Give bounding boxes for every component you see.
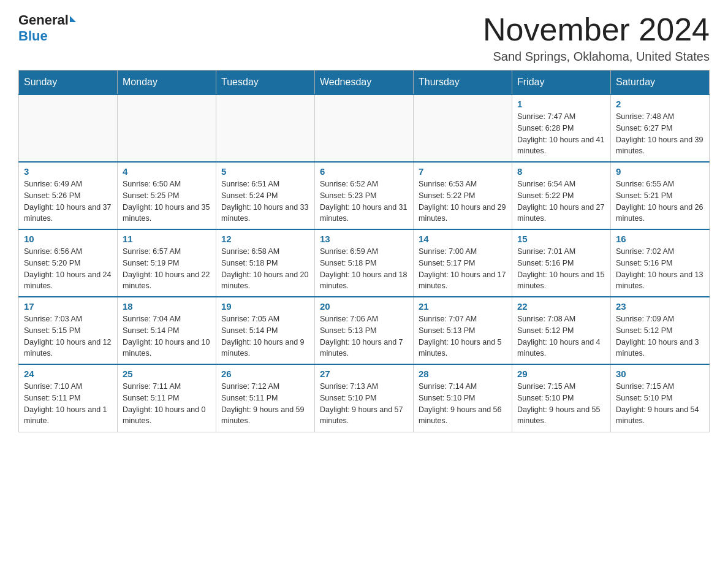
sun-info: Sunrise: 6:49 AMSunset: 5:26 PMDaylight:… — [24, 178, 112, 224]
calendar-cell: 28Sunrise: 7:14 AMSunset: 5:10 PMDayligh… — [414, 364, 512, 432]
calendar-cell: 2Sunrise: 7:48 AMSunset: 6:27 PMDaylight… — [611, 94, 710, 162]
day-number: 24 — [24, 369, 112, 379]
month-title: November 2024 — [483, 12, 710, 47]
sun-info: Sunrise: 6:59 AMSunset: 5:18 PMDaylight:… — [320, 246, 408, 292]
weekday-header-sunday: Sunday — [19, 71, 118, 95]
weekday-header-wednesday: Wednesday — [315, 71, 414, 95]
day-number: 30 — [616, 369, 704, 379]
calendar-cell: 13Sunrise: 6:59 AMSunset: 5:18 PMDayligh… — [315, 229, 414, 297]
week-row-1: 1Sunrise: 7:47 AMSunset: 6:28 PMDaylight… — [19, 94, 710, 162]
calendar-cell: 29Sunrise: 7:15 AMSunset: 5:10 PMDayligh… — [512, 364, 611, 432]
calendar-cell: 21Sunrise: 7:07 AMSunset: 5:13 PMDayligh… — [414, 297, 512, 364]
calendar-cell: 15Sunrise: 7:01 AMSunset: 5:16 PMDayligh… — [512, 229, 611, 297]
sun-info: Sunrise: 6:53 AMSunset: 5:22 PMDaylight:… — [419, 178, 507, 224]
calendar-cell: 26Sunrise: 7:12 AMSunset: 5:11 PMDayligh… — [216, 364, 315, 432]
calendar-table: SundayMondayTuesdayWednesdayThursdayFrid… — [18, 70, 710, 432]
calendar-cell — [216, 94, 315, 162]
calendar-cell: 24Sunrise: 7:10 AMSunset: 5:11 PMDayligh… — [19, 364, 118, 432]
calendar-cell: 17Sunrise: 7:03 AMSunset: 5:15 PMDayligh… — [19, 297, 118, 364]
sun-info: Sunrise: 6:52 AMSunset: 5:23 PMDaylight:… — [320, 178, 408, 224]
calendar-cell: 3Sunrise: 6:49 AMSunset: 5:26 PMDaylight… — [19, 162, 118, 229]
day-number: 4 — [123, 166, 211, 177]
day-number: 29 — [517, 369, 605, 379]
sun-info: Sunrise: 7:14 AMSunset: 5:10 PMDaylight:… — [419, 381, 507, 427]
sun-info: Sunrise: 7:07 AMSunset: 5:13 PMDaylight:… — [419, 313, 507, 359]
calendar-cell: 14Sunrise: 7:00 AMSunset: 5:17 PMDayligh… — [414, 229, 512, 297]
calendar-cell — [414, 94, 512, 162]
day-number: 28 — [419, 369, 507, 379]
day-number: 20 — [320, 301, 408, 312]
sun-info: Sunrise: 7:11 AMSunset: 5:11 PMDaylight:… — [123, 381, 211, 427]
day-number: 14 — [419, 234, 507, 244]
calendar-cell: 27Sunrise: 7:13 AMSunset: 5:10 PMDayligh… — [315, 364, 414, 432]
sun-info: Sunrise: 6:56 AMSunset: 5:20 PMDaylight:… — [24, 246, 112, 292]
logo-arrow-icon — [70, 16, 76, 22]
day-number: 10 — [24, 234, 112, 244]
day-number: 26 — [221, 369, 309, 379]
weekday-header-friday: Friday — [512, 71, 611, 95]
day-number: 11 — [123, 234, 211, 244]
day-number: 23 — [616, 301, 704, 312]
calendar-cell: 30Sunrise: 7:15 AMSunset: 5:10 PMDayligh… — [611, 364, 710, 432]
week-row-3: 10Sunrise: 6:56 AMSunset: 5:20 PMDayligh… — [19, 229, 710, 297]
logo-blue: Blue — [18, 28, 76, 44]
calendar-cell: 16Sunrise: 7:02 AMSunset: 5:16 PMDayligh… — [611, 229, 710, 297]
day-number: 18 — [123, 301, 211, 312]
sun-info: Sunrise: 7:09 AMSunset: 5:12 PMDaylight:… — [616, 313, 704, 359]
sun-info: Sunrise: 7:13 AMSunset: 5:10 PMDaylight:… — [320, 381, 408, 427]
sun-info: Sunrise: 7:02 AMSunset: 5:16 PMDaylight:… — [616, 246, 704, 292]
logo: General Blue — [18, 12, 76, 44]
calendar-cell: 4Sunrise: 6:50 AMSunset: 5:25 PMDaylight… — [118, 162, 216, 229]
day-number: 15 — [517, 234, 605, 244]
day-number: 22 — [517, 301, 605, 312]
calendar-cell: 19Sunrise: 7:05 AMSunset: 5:14 PMDayligh… — [216, 297, 315, 364]
sun-info: Sunrise: 7:48 AMSunset: 6:27 PMDaylight:… — [616, 111, 704, 157]
calendar-cell: 18Sunrise: 7:04 AMSunset: 5:14 PMDayligh… — [118, 297, 216, 364]
location: Sand Springs, Oklahoma, United States — [483, 50, 710, 64]
day-number: 19 — [221, 301, 309, 312]
calendar-cell: 23Sunrise: 7:09 AMSunset: 5:12 PMDayligh… — [611, 297, 710, 364]
day-number: 6 — [320, 166, 408, 177]
day-number: 25 — [123, 369, 211, 379]
calendar-cell — [19, 94, 118, 162]
day-number: 21 — [419, 301, 507, 312]
week-row-5: 24Sunrise: 7:10 AMSunset: 5:11 PMDayligh… — [19, 364, 710, 432]
sun-info: Sunrise: 7:06 AMSunset: 5:13 PMDaylight:… — [320, 313, 408, 359]
day-number: 12 — [221, 234, 309, 244]
weekday-header-row: SundayMondayTuesdayWednesdayThursdayFrid… — [19, 71, 710, 95]
day-number: 5 — [221, 166, 309, 177]
calendar-cell: 8Sunrise: 6:54 AMSunset: 5:22 PMDaylight… — [512, 162, 611, 229]
logo-general: General — [18, 12, 69, 28]
sun-info: Sunrise: 7:10 AMSunset: 5:11 PMDaylight:… — [24, 381, 112, 427]
sun-info: Sunrise: 6:50 AMSunset: 5:25 PMDaylight:… — [123, 178, 211, 224]
sun-info: Sunrise: 7:04 AMSunset: 5:14 PMDaylight:… — [123, 313, 211, 359]
sun-info: Sunrise: 7:01 AMSunset: 5:16 PMDaylight:… — [517, 246, 605, 292]
calendar-cell: 5Sunrise: 6:51 AMSunset: 5:24 PMDaylight… — [216, 162, 315, 229]
sun-info: Sunrise: 6:57 AMSunset: 5:19 PMDaylight:… — [123, 246, 211, 292]
calendar-cell: 7Sunrise: 6:53 AMSunset: 5:22 PMDaylight… — [414, 162, 512, 229]
calendar-cell: 11Sunrise: 6:57 AMSunset: 5:19 PMDayligh… — [118, 229, 216, 297]
sun-info: Sunrise: 6:54 AMSunset: 5:22 PMDaylight:… — [517, 178, 605, 224]
weekday-header-saturday: Saturday — [611, 71, 710, 95]
calendar-cell: 10Sunrise: 6:56 AMSunset: 5:20 PMDayligh… — [19, 229, 118, 297]
sun-info: Sunrise: 7:03 AMSunset: 5:15 PMDaylight:… — [24, 313, 112, 359]
calendar-cell — [315, 94, 414, 162]
day-number: 8 — [517, 166, 605, 177]
sun-info: Sunrise: 7:00 AMSunset: 5:17 PMDaylight:… — [419, 246, 507, 292]
sun-info: Sunrise: 7:05 AMSunset: 5:14 PMDaylight:… — [221, 313, 309, 359]
sun-info: Sunrise: 7:08 AMSunset: 5:12 PMDaylight:… — [517, 313, 605, 359]
sun-info: Sunrise: 6:51 AMSunset: 5:24 PMDaylight:… — [221, 178, 309, 224]
sun-info: Sunrise: 6:58 AMSunset: 5:18 PMDaylight:… — [221, 246, 309, 292]
calendar-cell: 6Sunrise: 6:52 AMSunset: 5:23 PMDaylight… — [315, 162, 414, 229]
sun-info: Sunrise: 7:15 AMSunset: 5:10 PMDaylight:… — [517, 381, 605, 427]
calendar-cell: 25Sunrise: 7:11 AMSunset: 5:11 PMDayligh… — [118, 364, 216, 432]
calendar-cell: 20Sunrise: 7:06 AMSunset: 5:13 PMDayligh… — [315, 297, 414, 364]
day-number: 13 — [320, 234, 408, 244]
sun-info: Sunrise: 6:55 AMSunset: 5:21 PMDaylight:… — [616, 178, 704, 224]
sun-info: Sunrise: 7:12 AMSunset: 5:11 PMDaylight:… — [221, 381, 309, 427]
week-row-4: 17Sunrise: 7:03 AMSunset: 5:15 PMDayligh… — [19, 297, 710, 364]
calendar-cell: 9Sunrise: 6:55 AMSunset: 5:21 PMDaylight… — [611, 162, 710, 229]
calendar-cell: 12Sunrise: 6:58 AMSunset: 5:18 PMDayligh… — [216, 229, 315, 297]
title-block: November 2024 Sand Springs, Oklahoma, Un… — [483, 12, 710, 64]
day-number: 27 — [320, 369, 408, 379]
